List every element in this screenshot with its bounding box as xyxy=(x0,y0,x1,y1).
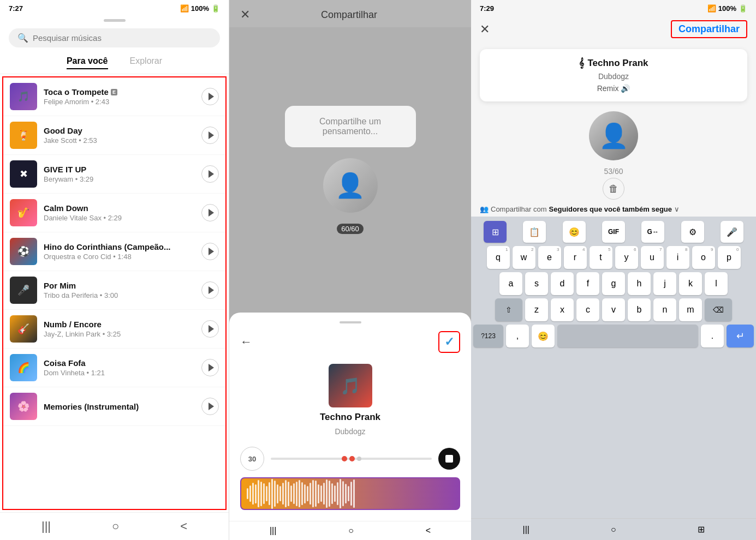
bottom-nav-3: ||| ○ ⊞ xyxy=(471,518,756,540)
key-y[interactable]: y6 xyxy=(615,246,638,269)
char-counter: 53/60 xyxy=(471,167,756,176)
play-btn-6[interactable] xyxy=(201,281,219,299)
play-btn-8[interactable] xyxy=(201,359,219,376)
key-space[interactable] xyxy=(557,325,698,347)
key-backspace[interactable]: ⌫ xyxy=(705,298,732,321)
key-s[interactable]: s xyxy=(525,272,548,295)
kb-emoji-btn[interactable]: 😊 xyxy=(563,221,586,243)
play-btn-1[interactable] xyxy=(201,88,219,105)
song-item-8[interactable]: 🌈 Coisa Fofa Dom Vinheta • 1:21 xyxy=(3,349,225,387)
nav-home-icon[interactable]: ○ xyxy=(112,519,119,533)
song-item-1[interactable]: 🎵 Toca o Trompete E Felipe Amorim • 2:43 xyxy=(3,77,225,116)
key-i[interactable]: i8 xyxy=(666,246,689,269)
key-comma[interactable]: , xyxy=(506,325,529,347)
key-r[interactable]: r4 xyxy=(564,246,587,269)
nav-menu-icon-3[interactable]: ||| xyxy=(522,525,529,535)
key-v[interactable]: v xyxy=(602,298,625,321)
song-item-7[interactable]: 🎸 Numb / Encore Jay-Z, Linkin Park • 3:2… xyxy=(3,310,225,349)
key-q[interactable]: q1 xyxy=(487,246,510,269)
close-button-2[interactable]: ✕ xyxy=(240,8,250,22)
key-f[interactable]: f xyxy=(576,272,599,295)
key-b[interactable]: b xyxy=(628,298,651,321)
key-w[interactable]: w2 xyxy=(513,246,535,269)
song-item-2[interactable]: 🍹 Good Day Jake Scott • 2:53 xyxy=(3,116,225,155)
key-n[interactable]: n xyxy=(653,298,676,321)
delete-icon-button[interactable]: 🗑 xyxy=(603,178,624,200)
key-l[interactable]: l xyxy=(705,272,728,295)
share-button-3[interactable]: Compartilhar xyxy=(671,20,747,38)
tab-explorar[interactable]: Explorar xyxy=(130,56,163,69)
key-m[interactable]: m xyxy=(679,298,702,321)
song-info-4: Calm Down Daniele Vitale Sax • 2:29 xyxy=(44,203,195,222)
share-with-row[interactable]: 👥 Compartilhar com Seguidores que você t… xyxy=(471,200,756,217)
key-emoji-inline[interactable]: 😊 xyxy=(532,325,555,347)
key-g[interactable]: g xyxy=(602,272,625,295)
key-p[interactable]: p0 xyxy=(718,246,741,269)
kb-grid-btn[interactable]: ⊞ xyxy=(484,221,507,243)
play-btn-2[interactable] xyxy=(201,127,219,144)
waveform-bar-11 xyxy=(277,484,278,503)
key-e[interactable]: e3 xyxy=(538,246,561,269)
thought-bubble[interactable]: Compartilhe um pensamento... xyxy=(285,106,416,147)
waveform-bar-3 xyxy=(255,484,257,503)
song-item-9[interactable]: 🌸 Memories (Instrumental) xyxy=(3,387,225,426)
key-x[interactable]: x xyxy=(551,298,574,321)
play-btn-9[interactable] xyxy=(201,398,219,415)
key-k[interactable]: k xyxy=(679,272,702,295)
search-bar[interactable]: 🔍 xyxy=(9,28,220,47)
kb-mic-btn[interactable]: 🎤 xyxy=(721,221,743,243)
key-c[interactable]: c xyxy=(576,298,599,321)
song-item-3[interactable]: ✖ GIVE IT UP Berywam • 3:29 xyxy=(3,155,225,194)
song-info-3: GIVE IT UP Berywam • 3:29 xyxy=(44,165,195,183)
key-o[interactable]: o9 xyxy=(692,246,715,269)
key-j[interactable]: j xyxy=(653,272,676,295)
key-symbols[interactable]: ?123 xyxy=(473,325,503,347)
nav-home-icon-2[interactable]: ○ xyxy=(348,526,354,536)
play-btn-5[interactable] xyxy=(201,243,219,260)
waveform-bar-0 xyxy=(247,488,248,499)
waveform-bar-12 xyxy=(279,486,281,501)
kb-gif-btn[interactable]: GIF xyxy=(602,221,625,243)
waveform-bar-8 xyxy=(269,482,270,505)
timer-button[interactable]: 30 xyxy=(240,447,264,471)
confirm-button[interactable]: ✓ xyxy=(438,331,460,353)
tab-para-voce[interactable]: Para você xyxy=(67,56,108,69)
progress-bar[interactable] xyxy=(271,458,432,460)
nav-back-icon-2[interactable]: < xyxy=(426,526,431,536)
play-btn-4[interactable] xyxy=(201,204,219,221)
song-info-7: Numb / Encore Jay-Z, Linkin Park • 3:25 xyxy=(44,320,195,338)
kb-clipboard-btn[interactable]: 📋 xyxy=(523,221,546,243)
key-h[interactable]: h xyxy=(628,272,651,295)
bottom-nav-1: ||| ○ < xyxy=(0,512,229,540)
time-3: 7:29 xyxy=(480,4,494,13)
bottom-nav-2: ||| ○ < xyxy=(229,521,471,540)
song-item-4[interactable]: 🎷 Calm Down Daniele Vitale Sax • 2:29 xyxy=(3,194,225,232)
play-btn-3[interactable] xyxy=(201,165,219,183)
kb-settings-btn[interactable]: ⚙ xyxy=(681,221,704,243)
nav-menu-icon[interactable]: ||| xyxy=(41,519,51,533)
key-return[interactable]: ↵ xyxy=(727,325,754,347)
search-input[interactable] xyxy=(33,33,211,43)
waveform-bar-10 xyxy=(274,481,276,507)
song-item-5[interactable]: ⚽ Hino do Corinthians (Campeão... Orques… xyxy=(3,232,225,271)
song-item-6[interactable]: 🎤 Por Mim Tribo da Periferia • 3:00 xyxy=(3,271,225,310)
key-a[interactable]: a xyxy=(499,272,522,295)
key-period[interactable]: . xyxy=(701,325,724,347)
nav-back-icon[interactable]: < xyxy=(180,519,187,533)
nav-home-icon-3[interactable]: ○ xyxy=(611,525,616,535)
stop-button[interactable] xyxy=(438,448,460,470)
key-d[interactable]: d xyxy=(551,272,574,295)
key-t[interactable]: t5 xyxy=(590,246,612,269)
key-shift[interactable]: ⇧ xyxy=(495,298,522,321)
panel-3-header: ✕ Compartilhar xyxy=(471,15,756,44)
music-info-title: 𝄞 Techno Prank xyxy=(579,58,648,69)
close-button-3[interactable]: ✕ xyxy=(480,22,490,37)
kb-translate-btn[interactable]: G↔ xyxy=(641,221,664,243)
nav-menu-icon-2[interactable]: ||| xyxy=(270,526,276,536)
nav-grid-icon-3[interactable]: ⊞ xyxy=(698,524,705,535)
play-btn-7[interactable] xyxy=(201,320,219,338)
key-u[interactable]: u7 xyxy=(641,246,664,269)
back-button-player[interactable]: ← xyxy=(240,335,252,349)
status-icons-1: 📶 100%🔋 xyxy=(180,4,220,13)
key-z[interactable]: z xyxy=(525,298,548,321)
